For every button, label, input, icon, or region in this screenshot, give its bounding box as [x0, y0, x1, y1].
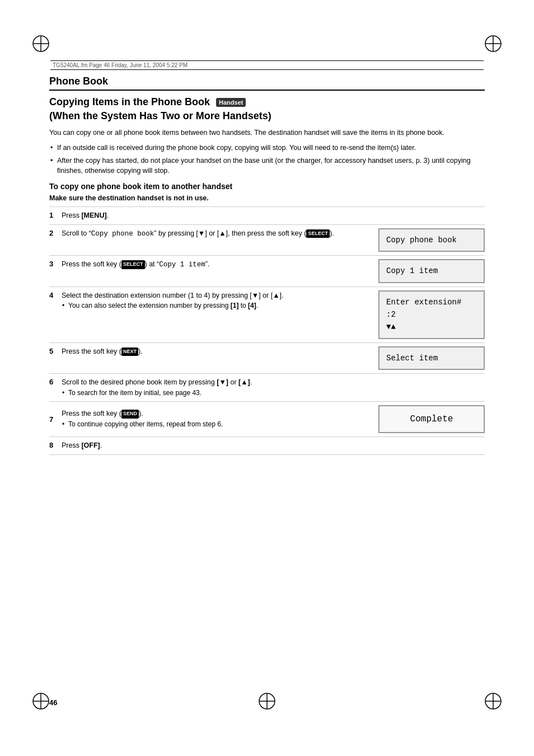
step-row-1: 1 Press [MENU]. [49, 206, 485, 224]
key-1to4: [1] [231, 302, 239, 309]
step-display-2: Copy phone book [378, 228, 485, 252]
step-number-4: 4 [49, 290, 62, 299]
content-area: Phone Book Copying Items in the Phone Bo… [49, 76, 485, 689]
subsection-title-text: Copying Items in the Phone Book [49, 96, 210, 107]
step3-softkey: SELECT [121, 260, 145, 269]
key-off: [OFF] [81, 442, 100, 449]
step-row-2: 2 Scroll to “Copy phone book” by pressin… [49, 224, 485, 255]
step-content-3: Press the soft key (SELECT) at “Copy 1 i… [62, 259, 378, 270]
lcd-copy-1-item: Copy 1 item [378, 259, 485, 283]
bullet-list: If an outside call is received during th… [49, 143, 485, 176]
lcd-select-item: Select item [378, 346, 485, 370]
subsection-subtitle: (When the System Has Two or More Handset… [49, 110, 485, 122]
step-content-5: Press the soft key (NEXT). [62, 346, 378, 357]
step-display-4: Enter extension#:2▼▲ [378, 290, 485, 339]
step-content-2: Scroll to “Copy phone book” by pressing … [62, 228, 378, 240]
step6-bullet: To search for the item by initial, see p… [62, 388, 373, 398]
step-row-7: 7 Press the soft key (SEND). To continue… [49, 401, 485, 436]
step-content-7: Press the soft key (SEND). To continue c… [62, 408, 378, 429]
lcd-complete: Complete [378, 405, 485, 433]
page-container: TG5240AL.fm Page 46 Friday, June 11, 200… [0, 0, 534, 756]
reg-mark-tr [483, 34, 503, 54]
bullet-item-1: If an outside call is received during th… [49, 143, 485, 153]
reg-mark-bm [257, 691, 277, 711]
step7-softkey: SEND [121, 410, 139, 419]
step-row-5: 5 Press the soft key (NEXT). Select item [49, 342, 485, 373]
step-content-1: Press [MENU]. [62, 210, 378, 221]
reg-mark-tl [31, 34, 51, 54]
step-number-3: 3 [49, 259, 62, 268]
bullet-item-2: After the copy has started, do not place… [49, 156, 485, 177]
step-number-7: 7 [49, 415, 62, 424]
instr-heading: To copy one phone book item to another h… [49, 182, 485, 191]
key-down: [▼] [217, 378, 228, 386]
step-content-6: Scroll to the desired phone book item by… [62, 377, 378, 398]
lcd-enter-extension: Enter extension#:2▼▲ [378, 290, 485, 339]
reg-mark-br [483, 691, 503, 711]
key-menu: [MENU] [81, 212, 106, 219]
step5-softkey: NEXT [121, 348, 138, 356]
reg-mark-bl [31, 691, 51, 711]
step-row-4: 4 Select the destination extension numbe… [49, 287, 485, 342]
step4-bullet: You can also select the extension number… [62, 300, 373, 311]
section-title: Phone Book [49, 76, 485, 91]
step-number-5: 5 [49, 346, 62, 355]
key-up: [▲] [238, 378, 250, 386]
step-display-3: Copy 1 item [378, 259, 485, 283]
step-number-8: 8 [49, 440, 62, 449]
step7-bullet: To continue copying other items, repeat … [62, 419, 373, 429]
step-display-5: Select item [378, 346, 485, 370]
instr-sub-heading: Make sure the destination handset is not… [49, 194, 485, 202]
key-4: [4] [248, 302, 256, 309]
step-display-7: Complete [378, 405, 485, 433]
step-row-3: 3 Press the soft key (SELECT) at “Copy 1… [49, 255, 485, 286]
handset-badge: Handset [216, 98, 246, 107]
page-number: 46 [49, 698, 57, 707]
step-number-2: 2 [49, 228, 62, 237]
step-number-1: 1 [49, 210, 62, 219]
step-content-4: Select the destination extension number … [62, 290, 378, 311]
step-row-6: 6 Scroll to the desired phone book item … [49, 373, 485, 401]
steps-section: 1 Press [MENU]. 2 Scroll to “Copy phone … [49, 206, 485, 455]
step2-softkey: SELECT [306, 229, 330, 238]
step-content-8: Press [OFF]. [62, 440, 378, 451]
step-number-6: 6 [49, 377, 62, 386]
header-meta-text: TG5240AL.fm Page 46 Friday, June 11, 200… [53, 62, 188, 68]
step-row-8: 8 Press [OFF]. [49, 436, 485, 455]
lcd-copy-phone-book: Copy phone book [378, 228, 485, 252]
intro-paragraph: You can copy one or all phone book items… [49, 128, 485, 138]
subsection-title: Copying Items in the Phone Book Handset [49, 96, 485, 108]
header-meta: TG5240AL.fm Page 46 Friday, June 11, 200… [50, 60, 484, 70]
step3-mono: Copy 1 item [159, 261, 205, 269]
step2-mono: Copy phone book [91, 230, 154, 238]
